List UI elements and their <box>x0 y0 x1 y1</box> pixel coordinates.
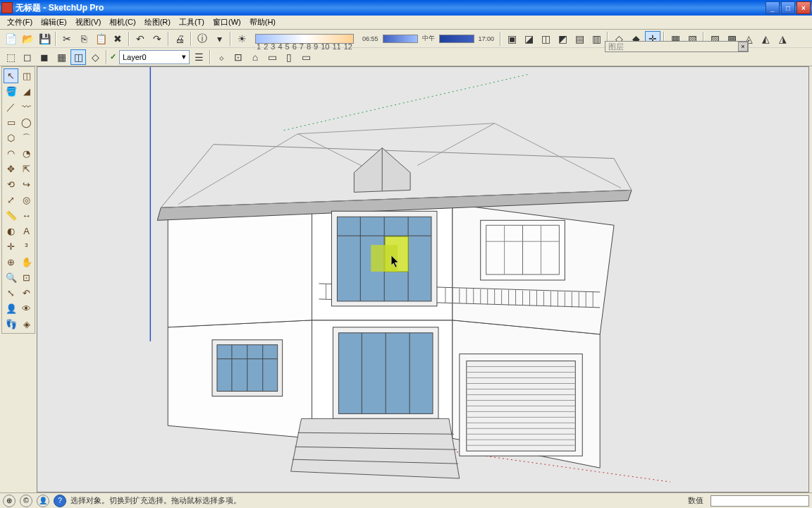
front-view-button[interactable]: ⌂ <box>247 49 263 65</box>
menu-file[interactable]: 文件(F) <box>3 16 37 29</box>
iso-view-button[interactable]: ⬦ <box>214 49 229 65</box>
protractor-tool[interactable]: ◐ <box>4 224 18 238</box>
credits-icon[interactable]: © <box>20 495 32 507</box>
3dtext-tool[interactable]: ³ <box>19 239 34 254</box>
menu-view[interactable]: 视图(V) <box>71 16 106 29</box>
minimize-button[interactable]: _ <box>765 1 780 14</box>
top-view-button[interactable]: ⊡ <box>230 49 246 65</box>
shadow-time-slider-2[interactable] <box>439 35 474 43</box>
pie-tool[interactable]: ◔ <box>19 146 34 161</box>
arc2-tool[interactable]: ◠ <box>4 146 18 161</box>
close-button[interactable]: × <box>796 1 811 14</box>
window-ground-left <box>212 340 283 397</box>
rectangle-tool[interactable]: ▭ <box>4 115 18 130</box>
outer-shell-button[interactable]: ▣ <box>504 31 519 47</box>
print-button[interactable]: 🖨 <box>172 31 187 47</box>
measurement-input[interactable] <box>710 495 809 507</box>
copy-button[interactable]: ⎘ <box>76 31 92 47</box>
shadow-date-slider[interactable]: 123456789101112 <box>255 34 354 44</box>
look-around-tool[interactable]: 👁 <box>19 301 34 316</box>
shaded-tex-button[interactable]: ▦ <box>54 49 69 65</box>
model-viewport[interactable] <box>37 66 809 492</box>
layers-panel[interactable]: 图层 × <box>605 41 749 52</box>
wireframe-button[interactable]: ⬚ <box>3 49 18 65</box>
menu-tools[interactable]: 工具(T) <box>175 16 209 29</box>
select-tool[interactable]: ↖ <box>4 68 18 83</box>
shadow-slider-ticks: 123456789101112 <box>256 42 353 51</box>
dropdown-button[interactable]: ▾ <box>211 31 227 47</box>
maximize-button[interactable]: □ <box>781 1 795 14</box>
time-right-label: 17:00 <box>476 35 498 42</box>
orbit-tool[interactable]: ⊕ <box>4 255 18 270</box>
shadow-toggle-button[interactable]: ☀ <box>234 31 250 47</box>
garage-door <box>460 354 582 456</box>
position-camera-tool[interactable]: 👤 <box>4 301 18 316</box>
axes-tool[interactable]: ✛ <box>4 239 18 254</box>
previous-tool[interactable]: ↶ <box>19 286 34 301</box>
layer-manager-button[interactable]: ☰ <box>191 49 207 65</box>
model-info-button[interactable]: ⓘ <box>195 31 210 47</box>
offset-tool[interactable]: ◎ <box>19 193 34 207</box>
menu-help[interactable]: 帮助(H) <box>245 16 280 29</box>
status-hint: 选择对象。切换到扩充选择。拖动鼠标选择多项。 <box>70 495 681 506</box>
menu-camera[interactable]: 相机(C) <box>105 16 140 29</box>
hidden-line-button[interactable]: ◻ <box>20 49 35 65</box>
subtract-button[interactable]: ◩ <box>555 31 570 47</box>
delete-button[interactable]: ✖ <box>110 31 125 47</box>
text-tool[interactable]: A <box>19 224 34 238</box>
freehand-tool[interactable]: 〰 <box>19 99 34 114</box>
zoom-extents-tool[interactable]: ⤡ <box>4 286 18 301</box>
redo-button[interactable]: ↷ <box>149 31 165 47</box>
polygon-tool[interactable]: ⬡ <box>4 131 18 145</box>
measurement-label: 数值 <box>685 495 706 506</box>
pan-tool[interactable]: ✋ <box>19 255 34 270</box>
intersect-button[interactable]: ◪ <box>521 31 536 47</box>
mono-button[interactable]: ◫ <box>70 49 86 65</box>
paint-tool[interactable]: 🪣 <box>4 84 18 99</box>
zoom-tool[interactable]: 🔍 <box>4 270 18 285</box>
svg-marker-4 <box>168 207 312 327</box>
back-view-button[interactable]: ▯ <box>281 49 297 65</box>
menu-edit[interactable]: 编辑(E) <box>37 16 71 29</box>
trim-button[interactable]: ▤ <box>572 31 587 47</box>
layers-panel-close[interactable]: × <box>738 42 748 52</box>
followme-tool[interactable]: ↪ <box>19 177 34 192</box>
geo-icon[interactable]: ⊕ <box>3 495 16 507</box>
eraser-tool[interactable]: ◢ <box>19 84 34 99</box>
xray-style-button[interactable]: ◇ <box>87 49 103 65</box>
component-tool[interactable]: ◫ <box>19 68 34 83</box>
sandbox-7[interactable]: ◮ <box>775 31 790 47</box>
undo-button[interactable]: ↶ <box>133 31 148 47</box>
shadow-time-slider[interactable] <box>383 35 418 43</box>
zoom-window-tool[interactable]: ⊡ <box>19 270 34 285</box>
new-button[interactable]: 📄 <box>3 31 18 47</box>
cut-button[interactable]: ✂ <box>59 31 75 47</box>
left-view-button[interactable]: ▭ <box>298 49 314 65</box>
rotate-tool[interactable]: ⟲ <box>4 177 18 192</box>
menu-window[interactable]: 窗口(W) <box>209 16 245 29</box>
walk-tool[interactable]: 👣 <box>4 317 18 332</box>
sandbox-6[interactable]: ◭ <box>758 31 773 47</box>
scale-tool[interactable]: ⤢ <box>4 193 18 207</box>
signin-icon[interactable]: 👤 <box>37 495 49 507</box>
paste-button[interactable]: 📋 <box>93 31 109 47</box>
move-tool[interactable]: ✥ <box>4 162 18 176</box>
circle-tool[interactable]: ◯ <box>19 115 34 130</box>
tape-tool[interactable]: 📏 <box>4 208 18 223</box>
menu-draw[interactable]: 绘图(R) <box>140 16 175 29</box>
pushpull-tool[interactable]: ⇱ <box>19 162 34 176</box>
shaded-button[interactable]: ◼ <box>37 49 52 65</box>
layer-visibility-check[interactable]: ✓ <box>110 52 116 61</box>
help-icon[interactable]: ? <box>54 495 66 507</box>
line-tool[interactable]: ／ <box>4 99 18 114</box>
save-button[interactable]: 💾 <box>37 31 52 47</box>
union-button[interactable]: ◫ <box>538 31 553 47</box>
split-button[interactable]: ▥ <box>589 31 604 47</box>
arc-tool[interactable]: ⌒ <box>19 131 34 145</box>
dimension-tool[interactable]: ↔ <box>19 208 34 223</box>
right-view-button[interactable]: ▭ <box>264 49 280 65</box>
layer-combobox[interactable]: Layer0 ▾ <box>119 50 190 64</box>
layer-current: Layer0 <box>123 53 147 61</box>
section-tool[interactable]: ◈ <box>19 317 34 332</box>
open-button[interactable]: 📂 <box>20 31 35 47</box>
